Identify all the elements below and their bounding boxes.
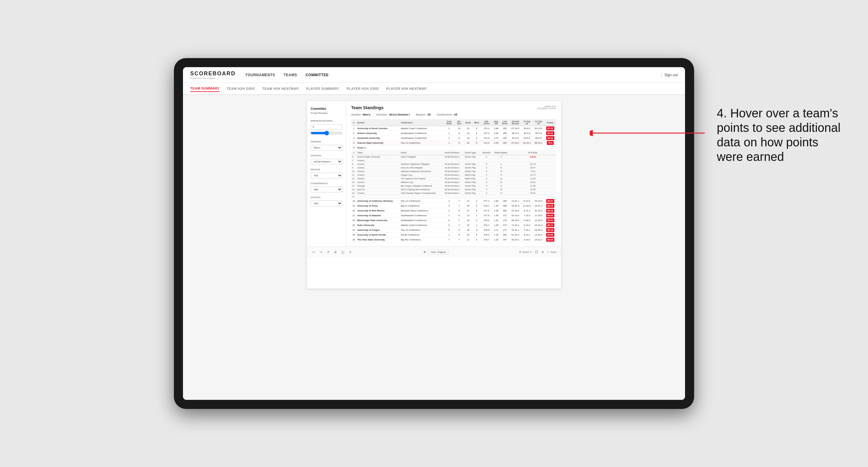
sidebar-label-school: School xyxy=(311,196,342,199)
view-original-button[interactable]: View: Original xyxy=(428,250,448,254)
toolbar-refresh[interactable]: ↺ xyxy=(326,250,331,254)
points-1[interactable]: 97.02 xyxy=(545,126,556,131)
toolbar-copy[interactable]: ⊕ xyxy=(333,250,338,254)
sidebar-select-division[interactable]: NCAA Division I xyxy=(311,159,342,164)
event-row: 13 Univers. Williams Cup NCAA Division I… xyxy=(351,181,556,184)
school-1: University of North Carolina xyxy=(356,126,400,131)
sidebar-label-min-rounds: Minimum Rounds xyxy=(311,120,342,122)
table-row: 3 Vanderbilt University Southeastern Con… xyxy=(351,136,556,141)
toolbar-clock[interactable]: ⊙ xyxy=(348,250,353,254)
event-row: 12 Florida I The Cypress Point Classic N… xyxy=(351,177,556,181)
standings-table: # School Conference ConfRank No.Tour Bnd… xyxy=(351,119,556,242)
annotation-text: 4. Hover over a team's points to see add… xyxy=(717,106,844,164)
toolbar-right: 👁 Watch ▾ 💬 ⊞ ⇧ Share xyxy=(519,251,557,253)
watch-button[interactable]: 👁 Watch ▾ xyxy=(519,251,531,253)
sidebar-select-region[interactable]: N/A xyxy=(311,173,342,179)
update-time-label: Update time: xyxy=(544,105,556,107)
expand-button[interactable]: ⊞ xyxy=(542,251,544,253)
th-rank: # xyxy=(351,119,356,126)
toolbar-redo[interactable]: ↪ xyxy=(318,250,323,254)
low-1: 262 xyxy=(500,126,509,131)
adj-1: 272.0 xyxy=(480,126,492,131)
th-wins: Wins xyxy=(472,119,480,126)
tab-player-h2h-grid[interactable]: PLAYER H2H GRID xyxy=(347,86,379,92)
th-conf-rank: ConfRank xyxy=(444,119,455,126)
nav-tournaments[interactable]: TOURNAMENTS xyxy=(245,72,275,78)
table-row: 24 University of Oregon Pac-12 Conferenc… xyxy=(351,228,556,232)
nav-committee[interactable]: COMMITTEE xyxy=(306,72,329,78)
bnds-1: 31 xyxy=(464,126,472,131)
event-row: 11 Univers. Copper Cup NCAA Division I M… xyxy=(351,173,556,177)
filter-conference-value: All xyxy=(454,113,457,116)
tab-player-h2h-heatmap[interactable]: PLAYER H2H HEATMAP xyxy=(386,86,427,92)
sidebar-select-school[interactable]: (All) xyxy=(311,200,342,206)
eye-icon: 👁 xyxy=(424,251,426,254)
table-row: 21 University of Alabama Southeastern Co… xyxy=(351,213,556,218)
event-row: 10 Univers. National Invitational Tourna… xyxy=(351,170,556,173)
sidebar-select-gender[interactable]: Men's xyxy=(311,145,342,151)
sign-out-button[interactable]: Sign out xyxy=(664,73,678,77)
sidebar-section-division: Division NCAA Division I xyxy=(311,154,342,164)
event-row: 17 xyxy=(351,195,556,199)
toolbar-undo[interactable]: ↩ xyxy=(311,250,316,254)
th-bnds: Bnds xyxy=(464,119,472,126)
filter-gender-label: Gender: xyxy=(351,113,362,116)
th-overall: OverallRecord xyxy=(509,119,521,126)
tab-team-summary[interactable]: TEAM SUMMARY xyxy=(190,85,220,92)
share-button[interactable]: ⇧ Share xyxy=(548,251,557,253)
share-icon: ⇧ xyxy=(548,251,550,253)
filter-region-value: All xyxy=(427,113,431,116)
doc-inner: Committee Portal Review Minimum Rounds G… xyxy=(307,101,561,247)
table-row: 1 University of North Carolina Atlantic … xyxy=(351,126,556,131)
tab-player-summary[interactable]: PLAYER SUMMARY xyxy=(306,86,339,92)
sidebar-section-conference: Conference (All) xyxy=(311,182,342,192)
filter-division-value: NCAA Division I xyxy=(389,113,410,116)
filter-region-label: Region: xyxy=(416,113,426,116)
sidebar-label-conference: Conference xyxy=(311,182,342,185)
table-row: 19 University of Texas Big 12 Conference… xyxy=(351,204,556,208)
vs25-1: 33-9-0 xyxy=(521,126,533,131)
table-row: 23 Duke University Atlantic Coast Confer… xyxy=(351,223,556,228)
app-logo-sub: Powered by clippd xyxy=(190,77,236,80)
event-row: 6 Arizona State University Cabo Collegia… xyxy=(351,155,556,159)
th-vs50: Vs Top50 xyxy=(533,119,544,126)
tours-1: 10 xyxy=(454,126,464,131)
th-no-tour: No.Tour xyxy=(454,119,464,126)
doc-main: Team Standings Update time: 13/03/2024 1… xyxy=(346,101,561,247)
sidebar-slider-min-rounds[interactable] xyxy=(311,131,342,135)
logo-area: SCOREBOARD Powered by clippd xyxy=(190,70,236,80)
filters-row: Gender: Men's Division: NCAA Division I … xyxy=(351,113,556,116)
tab-team-h2h-heatmap[interactable]: TEAM H2H HEATMAP xyxy=(262,86,299,92)
sidebar-section-school: School (All) xyxy=(311,196,342,206)
table-row: 22 Mississippi State University Southeas… xyxy=(351,218,556,223)
table-row: 20 University of New Mexico Mountain Wes… xyxy=(351,208,556,213)
toolbar-paste[interactable]: ◫ xyxy=(340,250,345,254)
app-logo: SCOREBOARD xyxy=(190,70,236,77)
sidebar-label-gender: Gender xyxy=(311,141,342,143)
toolbar-left: ↩ ↪ ↺ ⊕ ◫ ⊙ xyxy=(311,250,353,254)
nav-teams[interactable]: TEAMS xyxy=(284,72,297,78)
event-row: 14 Georgia Ben Hogan Collegiate Invitati… xyxy=(351,184,556,188)
sidebar-select-conference[interactable]: (All) xyxy=(311,187,342,192)
filter-conference: Conference: All xyxy=(437,113,457,116)
tablet-screen: SCOREBOARD Powered by clippd TOURNAMENTS… xyxy=(183,67,685,400)
filter-division: Division: NCAA Division I xyxy=(376,113,410,116)
filter-division-label: Division: xyxy=(376,113,388,116)
table-row: 2 Auburn University Southeastern Confere… xyxy=(351,131,556,136)
tab-team-h2h-grid[interactable]: TEAM H2H GRID xyxy=(227,86,255,92)
red-arrow xyxy=(590,124,711,142)
standings-title: Team Standings xyxy=(351,105,383,110)
event-detail-header-row: # Team Event Event Division Event Type R… xyxy=(351,150,556,155)
sidebar-section-region: Region N/A xyxy=(311,168,342,179)
th-school: School xyxy=(356,119,400,126)
filter-region: Region: All xyxy=(416,113,431,116)
th-conference: Conference xyxy=(400,119,444,126)
chevron-down-icon: ▾ xyxy=(530,251,531,253)
table-row-highlighted: 4 Arizona State University Pac-12 Confer… xyxy=(351,141,556,146)
sidebar-subtitle: Portal Review xyxy=(311,112,342,115)
sidebar-input-min-rounds[interactable] xyxy=(311,124,342,129)
comment-button[interactable]: 💬 xyxy=(535,251,538,253)
nav-divider: | xyxy=(661,72,662,78)
th-adj-score: Adj.Score xyxy=(480,119,492,126)
vs50-1: 50-10-0 xyxy=(533,126,544,131)
